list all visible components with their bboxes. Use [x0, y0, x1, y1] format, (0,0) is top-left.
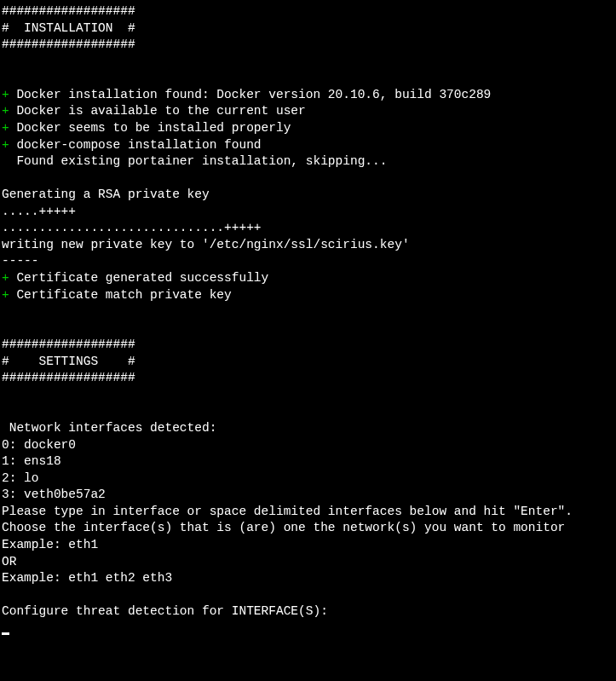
plus-icon: + [2, 88, 9, 101]
blank-line [2, 170, 614, 188]
check-docker-installed: + Docker seems to be installed properly [2, 120, 614, 137]
check-docker-version: + Docker installation found: Docker vers… [2, 87, 614, 104]
check-cert-generated: + Certificate generated successfully [2, 270, 614, 287]
input-line[interactable] [2, 620, 614, 638]
check-text: Docker is available to the current user [9, 104, 306, 118]
check-text: docker-compose installation found [9, 138, 262, 152]
check-text: Certificate match private key [9, 288, 232, 302]
banner-installation-title: # INSTALLATION # [2, 20, 614, 38]
interface-item: 1: ens18 [2, 453, 614, 470]
banner-settings-bottom: ################## [2, 370, 614, 387]
check-text: Docker installation found: Docker versio… [9, 88, 492, 101]
blank-line [2, 404, 614, 421]
blank-line [2, 320, 614, 338]
interface-or: OR [2, 554, 614, 571]
check-docker-user: + Docker is available to the current use… [2, 103, 614, 120]
interface-item: 2: lo [2, 470, 614, 488]
interface-item: 0: docker0 [2, 437, 614, 454]
blank-line [2, 303, 614, 320]
plus-icon: + [2, 138, 9, 152]
cursor-icon [2, 632, 9, 635]
banner-settings-title: # SETTINGS # [2, 354, 614, 371]
check-docker-compose: + docker-compose installation found [2, 137, 614, 154]
check-text: Docker seems to be installed properly [9, 121, 291, 135]
interfaces-header: Network interfaces detected: [2, 420, 614, 437]
plus-icon: + [2, 271, 9, 285]
rsa-dashes: ----- [2, 253, 614, 270]
banner-installation-top: ################## [2, 3, 614, 20]
portainer-skip-msg: Found existing portainer installation, s… [2, 153, 614, 170]
blank-line [2, 387, 614, 404]
rsa-progress-1: .....+++++ [2, 204, 614, 221]
plus-icon: + [2, 121, 9, 135]
plus-icon: + [2, 288, 9, 302]
interface-example-2: Example: eth1 eth2 eth3 [2, 570, 614, 587]
check-text: Certificate generated successfully [9, 271, 269, 285]
interface-prompt-2: Choose the interface(s) that is (are) on… [2, 520, 614, 537]
blank-line [2, 70, 614, 87]
plus-icon: + [2, 104, 9, 118]
rsa-progress-2: ..............................+++++ [2, 220, 614, 237]
rsa-generating: Generating a RSA private key [2, 187, 614, 204]
interface-configure-prompt: Configure threat detection for INTERFACE… [2, 603, 614, 620]
rsa-writing-key: writing new private key to '/etc/nginx/s… [2, 237, 614, 254]
blank-line [2, 587, 614, 604]
interface-prompt-1: Please type in interface or space delimi… [2, 504, 614, 521]
interface-example-1: Example: eth1 [2, 537, 614, 554]
interface-item: 3: veth0be57a2 [2, 487, 614, 504]
banner-installation-bottom: ################## [2, 37, 614, 54]
blank-line [2, 54, 614, 71]
check-cert-match: + Certificate match private key [2, 287, 614, 304]
banner-settings-top: ################## [2, 337, 614, 354]
